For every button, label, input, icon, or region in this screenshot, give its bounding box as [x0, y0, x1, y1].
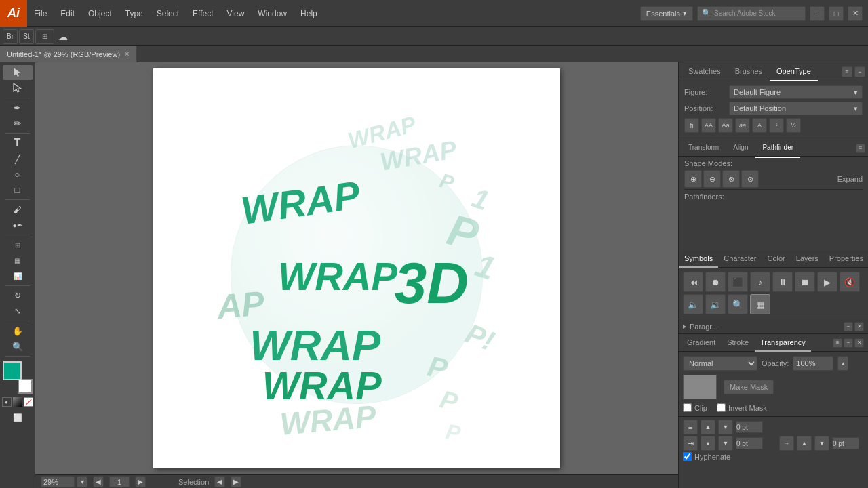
- sym-grid-btn[interactable]: ▦: [750, 294, 770, 314]
- spacing-input-2[interactable]: [736, 437, 763, 449]
- sym-stop-sq-btn[interactable]: ⬛: [728, 272, 748, 292]
- artboard-tool[interactable]: ⬜: [3, 410, 33, 425]
- spacing-side-icon[interactable]: →: [779, 436, 794, 451]
- sym-record-btn[interactable]: ⏺: [705, 272, 726, 292]
- para-close[interactable]: ✕: [854, 322, 864, 331]
- gradient-swatch[interactable]: [13, 397, 22, 407]
- cloud-btn[interactable]: ☁: [56, 29, 71, 44]
- minimize-button[interactable]: −: [810, 6, 825, 21]
- search-stock-input[interactable]: 🔍 Search Adobe Stock: [697, 6, 806, 21]
- tab-gradient[interactable]: Gradient: [682, 334, 721, 352]
- maximize-button[interactable]: □: [829, 6, 844, 21]
- tab-align[interactable]: Align: [726, 139, 755, 158]
- line-tool[interactable]: ╱: [3, 151, 33, 166]
- rotate-tool[interactable]: ↻: [3, 288, 33, 303]
- document-tab[interactable]: Untitled-1* @ 29% (RGB/Preview) ✕: [0, 46, 137, 62]
- menu-effect[interactable]: Effect: [186, 0, 220, 26]
- chart-tool[interactable]: 📊: [3, 268, 33, 283]
- menu-select[interactable]: Select: [150, 0, 186, 26]
- prev-page-btn[interactable]: ◀: [93, 476, 104, 487]
- spacing-down-2[interactable]: ▼: [718, 436, 733, 451]
- page-number-input[interactable]: [109, 476, 130, 487]
- spacing-up-1[interactable]: ▲: [701, 420, 715, 434]
- ot-icon-5[interactable]: A: [752, 118, 767, 133]
- shape-builder-tool[interactable]: ⊞: [3, 237, 33, 252]
- spacing-down-1[interactable]: ▼: [718, 420, 733, 434]
- clip-checkbox[interactable]: [683, 403, 692, 412]
- tab-opentype[interactable]: OpenType: [770, 62, 818, 81]
- sym-vol-mid-btn[interactable]: 🔉: [705, 294, 726, 314]
- sym-mute-btn[interactable]: 🔇: [840, 272, 860, 292]
- minus-front-btn[interactable]: ⊖: [703, 170, 721, 188]
- blob-brush-tool[interactable]: ●✒: [3, 218, 33, 232]
- spacing-input-1[interactable]: [736, 421, 763, 433]
- expand-btn[interactable]: Expand: [837, 175, 863, 183]
- invert-mask-checkbox[interactable]: [717, 403, 726, 412]
- background-color-swatch[interactable]: [18, 379, 33, 394]
- tab-swatches[interactable]: Swatches: [682, 62, 728, 81]
- workspace-layout-btn[interactable]: ⊞: [35, 29, 54, 44]
- exclude-btn[interactable]: ⊘: [741, 170, 759, 188]
- zoom-tool[interactable]: 🔍: [3, 339, 33, 354]
- menu-view[interactable]: View: [220, 0, 252, 26]
- hand-tool[interactable]: ✋: [3, 323, 33, 338]
- make-mask-btn[interactable]: Make Mask: [724, 380, 774, 394]
- tab-symbols[interactable]: Symbols: [679, 250, 718, 268]
- ot-icon-3[interactable]: Aa: [718, 118, 733, 133]
- menu-object[interactable]: Object: [81, 0, 119, 26]
- tab-pathfinder[interactable]: Pathfinder: [755, 139, 800, 158]
- tp-panel-close[interactable]: ✕: [854, 338, 864, 348]
- sym-search-btn[interactable]: 🔍: [728, 294, 748, 314]
- sym-pause-btn[interactable]: ⏸: [772, 272, 793, 292]
- indent-icon[interactable]: ⇥: [683, 436, 698, 451]
- bridge-btn[interactable]: Br: [3, 29, 18, 44]
- sym-vol-low-btn[interactable]: 🔈: [683, 294, 703, 314]
- ot-icon-7[interactable]: ½: [786, 118, 801, 133]
- text-tool[interactable]: T: [3, 136, 33, 150]
- hyphenate-checkbox[interactable]: [683, 452, 692, 461]
- direct-selection-tool[interactable]: [3, 81, 33, 96]
- ot-icon-4[interactable]: aa: [735, 118, 750, 133]
- foreground-color-swatch[interactable]: [3, 361, 22, 380]
- tab-brushes[interactable]: Brushes: [728, 62, 769, 81]
- nav-arrow-right[interactable]: ▶: [231, 476, 241, 487]
- none-swatch[interactable]: [24, 397, 33, 407]
- tab-stroke[interactable]: Stroke: [722, 334, 754, 352]
- selection-tool[interactable]: [3, 65, 33, 80]
- canvas-scroll[interactable]: WRAP WRAP P 1 WRAP P 1 WRAP 3D: [35, 62, 678, 474]
- position-dropdown[interactable]: Default Position ▾: [729, 102, 863, 115]
- grid-tool[interactable]: ▦: [3, 253, 33, 268]
- tab-transform[interactable]: Transform: [682, 139, 726, 158]
- align-left-icon[interactable]: ≡: [683, 420, 698, 434]
- tab-character[interactable]: Character: [718, 250, 762, 268]
- panel-menu-btn[interactable]: ≡: [842, 66, 852, 77]
- tab-layers[interactable]: Layers: [791, 250, 824, 268]
- close-button[interactable]: ✕: [848, 6, 863, 21]
- tp-panel-min[interactable]: −: [844, 338, 853, 348]
- panel-collapse-btn[interactable]: −: [854, 66, 865, 77]
- spacing-input-3[interactable]: [832, 437, 859, 449]
- pen-tool[interactable]: ✒: [3, 100, 33, 115]
- sym-rewind-btn[interactable]: ⏮: [683, 272, 703, 292]
- menu-type[interactable]: Type: [119, 0, 150, 26]
- unite-btn[interactable]: ⊕: [684, 170, 702, 188]
- essentials-dropdown[interactable]: Essentials ▾: [640, 6, 693, 21]
- menu-window[interactable]: Window: [251, 0, 294, 26]
- zoom-input[interactable]: [41, 476, 75, 487]
- opacity-chevron-up[interactable]: ▲: [837, 356, 848, 371]
- zoom-dropdown-btn[interactable]: ▾: [77, 476, 87, 487]
- spacing-up-2[interactable]: ▲: [701, 436, 715, 451]
- para-minimize[interactable]: −: [844, 322, 853, 331]
- doc-tab-close-icon[interactable]: ✕: [124, 50, 130, 58]
- spacing-down-3[interactable]: ▼: [814, 436, 829, 451]
- intersect-btn[interactable]: ⊗: [722, 170, 740, 188]
- paintbrush-tool[interactable]: 🖌: [3, 202, 33, 217]
- pencil-tool[interactable]: ✏: [3, 116, 33, 131]
- color-mode-swatch[interactable]: ●: [2, 397, 12, 407]
- spacing-up-3[interactable]: ▲: [797, 436, 812, 451]
- ot-icon-6[interactable]: ¹: [769, 118, 784, 133]
- ellipse-tool[interactable]: ○: [3, 167, 33, 182]
- tp-panel-menu[interactable]: ≡: [833, 338, 842, 348]
- sym-play-btn[interactable]: ▶: [817, 272, 837, 292]
- scale-tool[interactable]: ⤡: [3, 304, 33, 319]
